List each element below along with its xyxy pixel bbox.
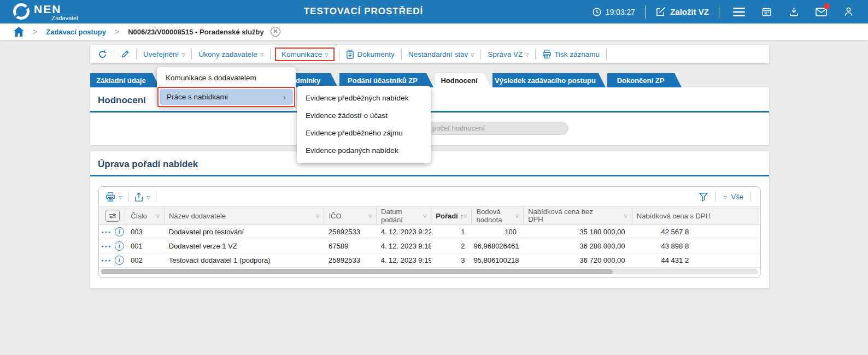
calendar-button[interactable]	[760, 6, 772, 18]
divider	[719, 5, 719, 19]
filter-all-dropdown[interactable]: Vše	[731, 193, 743, 201]
submenu-item-evidence-zadosti-o-ucast[interactable]: Evidence žádostí o účast	[297, 106, 431, 124]
cell-cislo: 003	[126, 228, 165, 236]
cell-ico: 25892533	[324, 256, 377, 264]
cell-cena-s: 42 567 8	[630, 228, 760, 236]
column-header-datum-podani[interactable]: Datum podání ▽	[377, 207, 431, 224]
cell-cislo: 002	[126, 256, 165, 264]
column-header-nazev-dodavatele[interactable]: Název dodavatele ▽	[165, 207, 324, 224]
uprava-poradi-panel: Úprava pořadí nabídek ▽ ▽	[90, 151, 769, 288]
breadcrumb-separator: >	[33, 27, 37, 36]
divider	[715, 192, 716, 202]
download-button[interactable]	[788, 6, 800, 18]
cell-cena-bez: 35 180 000,00	[521, 228, 629, 236]
table-row[interactable]: ●●● i 003 Dodavatel pro testování 258925…	[99, 225, 760, 239]
messages-button[interactable]	[815, 6, 827, 18]
section-title-uprava-poradi: Úprava pořadí nabídek	[98, 159, 769, 170]
chevron-down-icon[interactable]: ▽	[316, 214, 319, 218]
chevron-down-icon[interactable]: ▽	[368, 214, 372, 218]
user-profile-button[interactable]	[842, 6, 854, 18]
tab-dokonceni-zp[interactable]: Dokončení ZP	[607, 73, 682, 87]
column-settings-icon[interactable]	[105, 210, 120, 222]
create-vz-button[interactable]: Založit VZ	[655, 7, 709, 17]
annotation-box-prace-s-nabidkami: Práce s nabídkami ›	[157, 87, 295, 107]
column-header-ico[interactable]: IČO ▽	[324, 207, 377, 224]
column-header-poradi[interactable]: Pořadí ↑ ▽	[431, 207, 472, 224]
chevron-down-icon: ▽	[525, 52, 529, 57]
cell-ico: 25892533	[324, 228, 377, 236]
refresh-button[interactable]	[95, 50, 110, 59]
main-menu-button[interactable]	[733, 6, 745, 18]
printer-icon	[542, 50, 552, 58]
clipboard-icon	[346, 50, 354, 59]
brand-subtitle: Zadavatel	[51, 15, 78, 21]
table-row[interactable]: ●●● i 001 Dodavatel verze 1 VZ 67589 4. …	[99, 239, 760, 253]
chevron-down-icon[interactable]: ▽	[423, 214, 426, 218]
edit-button[interactable]	[118, 50, 133, 58]
menu-item-komunikace-s-dodavatelem[interactable]: Komunikace s dodavatelem	[157, 69, 296, 86]
section-rule	[90, 175, 769, 176]
chevron-down-icon[interactable]: ▽	[119, 195, 122, 200]
tab-vysledek-zadavaciho-postupu[interactable]: Výsledek zadávacího postupu	[492, 73, 606, 87]
cell-nazev: Dodavatel pro testování	[165, 228, 324, 236]
brand-name: NEN	[34, 3, 61, 15]
submenu-item-evidence-predbeznych-nabidek[interactable]: Evidence předběžných nabídek	[297, 89, 431, 106]
chevron-down-icon[interactable]: ▽	[146, 195, 150, 200]
toolbar-item-uverejneni[interactable]: Uveřejnění ▽	[140, 50, 188, 58]
column-header-cena-bez-dph[interactable]: Nabídková cena bez DPH ▽	[524, 207, 632, 224]
chevron-down-icon[interactable]: ▽	[464, 214, 467, 218]
export-grid-button[interactable]	[134, 192, 143, 202]
chevron-down-icon[interactable]: ▽	[515, 214, 519, 218]
toolbar-item-komunikace[interactable]: Komunikace ▽	[278, 50, 331, 58]
divider	[645, 5, 646, 19]
row-menu-icon[interactable]: ●●●	[101, 244, 112, 248]
row-menu-icon[interactable]: ●●●	[101, 258, 112, 262]
submenu-item-evidence-podanych-nabidek[interactable]: Evidence podaných nabídek	[297, 141, 431, 159]
submenu-item-evidence-predbezneho-zajmu[interactable]: Evidence předběžného zájmu	[297, 124, 431, 141]
divider	[191, 49, 192, 60]
nen-logo[interactable]: NEN Zadavatel	[13, 3, 78, 21]
cell-bodova: 96,968026461	[469, 242, 521, 250]
divider	[156, 192, 156, 202]
environment-title: TESTOVACÍ PROSTŘEDÍ	[262, 6, 465, 17]
toolbar-item-ukony-zadavatele[interactable]: Úkony zadavatele ▽	[195, 50, 266, 58]
column-header-cislo[interactable]: Číslo ▽	[126, 207, 165, 224]
toolbar-item-nestandardni-stav[interactable]: Nestandardní stav ▽	[405, 50, 478, 58]
nen-logo-icon	[13, 3, 30, 20]
home-icon[interactable]	[14, 27, 24, 37]
close-procedure-icon[interactable]: ✕	[271, 27, 280, 37]
toolbar-item-tisk-zaznamu[interactable]: Tisk záznamu	[539, 50, 603, 58]
row-menu-icon[interactable]: ●●●	[101, 230, 112, 234]
cell-nazev: Testovací dodavatel 1 (podpora)	[165, 256, 324, 264]
chevron-down-icon[interactable]: ▽	[156, 214, 160, 218]
cell-datum: 4. 12. 2023 9:18	[377, 242, 431, 250]
clock-icon	[592, 7, 602, 17]
column-header-cena-s-dph[interactable]: Nabídková cena s DPH	[632, 207, 760, 224]
divider	[136, 49, 137, 60]
table-row[interactable]: ●●● i 002 Testovací dodavatel 1 (podpora…	[99, 253, 760, 268]
chevron-down-icon[interactable]: ▽	[723, 195, 726, 200]
horizontal-scrollbar[interactable]	[101, 269, 758, 274]
print-grid-button[interactable]	[105, 192, 115, 202]
column-header-bodova-hodnota[interactable]: Bodová hodnota ▽	[472, 207, 524, 224]
cell-datum: 4. 12. 2023 9:19	[377, 256, 431, 264]
scrollbar-thumb[interactable]	[101, 269, 613, 274]
chevron-down-icon[interactable]: ▽	[624, 214, 627, 218]
cell-cena-s: 43 898 8	[630, 242, 760, 250]
tab-zakladni-udaje[interactable]: Základní údaje	[90, 73, 160, 87]
menu-item-prace-s-nabidkami[interactable]: Práce s nabídkami ›	[160, 89, 293, 105]
divider	[339, 49, 339, 60]
annotation-box-komunikace: Komunikace ▽	[275, 48, 335, 61]
toolbar-item-sprava-vz[interactable]: Správa VZ ▽	[484, 50, 532, 58]
divider	[270, 49, 271, 60]
tab-hodnoceni[interactable]: Hodnocení	[435, 73, 491, 87]
breadcrumb-item-zadavaci-postupy[interactable]: Zadávací postupy	[46, 28, 106, 36]
info-icon[interactable]: i	[115, 256, 124, 265]
breadcrumb: > Zadávací postupy > N006/23/V00008515 -…	[0, 23, 868, 40]
toolbar-item-dokumenty[interactable]: Dokumenty	[343, 50, 397, 59]
filter-icon[interactable]	[699, 192, 708, 202]
cell-datum: 4. 12. 2023 9:22	[377, 228, 431, 236]
info-icon[interactable]: i	[115, 227, 124, 236]
procedure-toolbar: Uveřejnění ▽ Úkony zadavatele ▽ Komunika…	[90, 45, 769, 63]
info-icon[interactable]: i	[115, 241, 124, 251]
